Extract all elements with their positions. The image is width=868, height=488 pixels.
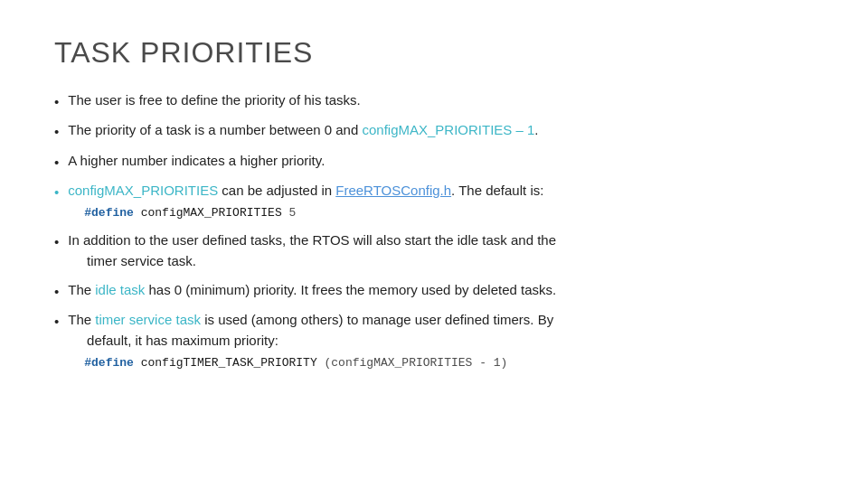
- code-block-define2: #define configTIMER_TASK_PRIORITY (confi…: [84, 356, 507, 370]
- code-keyword2: #define: [84, 356, 134, 370]
- bullet-text: The priority of a task is a number betwe…: [68, 119, 538, 140]
- code-block-define1: #define configMAX_PRIORITIES 5: [84, 206, 296, 220]
- bullet-marker: •: [54, 311, 59, 332]
- bullet-text: A higher number indicates a higher prior…: [68, 150, 325, 171]
- freertos-config-link: FreeRTOSConfig.h: [335, 183, 451, 198]
- slide-title: TASK PRIORITIES: [54, 36, 814, 70]
- configmax-priorities-ref: configMAX_PRIORITIES – 1: [362, 122, 534, 137]
- code-comment2: (configMAX_PRIORITIES - 1): [317, 356, 508, 370]
- bullet-text: The user is free to define the priority …: [68, 89, 360, 110]
- bullet-text: The timer service task is used (among ot…: [68, 309, 553, 373]
- code-identifier2: configTIMER_TASK_PRIORITY: [134, 356, 317, 370]
- bullet-marker: •: [54, 152, 59, 173]
- list-item: • configMAX_PRIORITIES can be adjusted i…: [54, 180, 814, 222]
- code-keyword: #define: [84, 206, 134, 220]
- list-item: • The user is free to define the priorit…: [54, 89, 814, 112]
- bullet-marker: •: [54, 121, 59, 142]
- idle-task-text: idle task: [95, 282, 145, 297]
- configmax-priorities-text: configMAX_PRIORITIES: [68, 183, 218, 198]
- list-item: • A higher number indicates a higher pri…: [54, 150, 814, 173]
- code-value: 5: [282, 206, 297, 220]
- timer-task-text: timer service task: [95, 312, 201, 327]
- list-item: • The priority of a task is a number bet…: [54, 119, 814, 142]
- bullet-text: The idle task has 0 (minimum) priority. …: [68, 279, 556, 300]
- bullet-text: configMAX_PRIORITIES can be adjusted in …: [68, 180, 543, 222]
- code-identifier: configMAX_PRIORITIES: [134, 206, 282, 220]
- list-item: • The timer service task is used (among …: [54, 309, 814, 373]
- bullet-marker: •: [54, 231, 59, 252]
- bullet-text: In addition to the user defined tasks, t…: [68, 230, 556, 272]
- slide: TASK PRIORITIES • The user is free to de…: [0, 0, 868, 488]
- bullet-marker: •: [54, 182, 59, 202]
- list-item: • In addition to the user defined tasks,…: [54, 230, 814, 272]
- bullet-marker: •: [54, 91, 59, 112]
- bullet-list: • The user is free to define the priorit…: [54, 89, 814, 373]
- list-item: • The idle task has 0 (minimum) priority…: [54, 279, 814, 302]
- bullet-marker: •: [54, 281, 59, 302]
